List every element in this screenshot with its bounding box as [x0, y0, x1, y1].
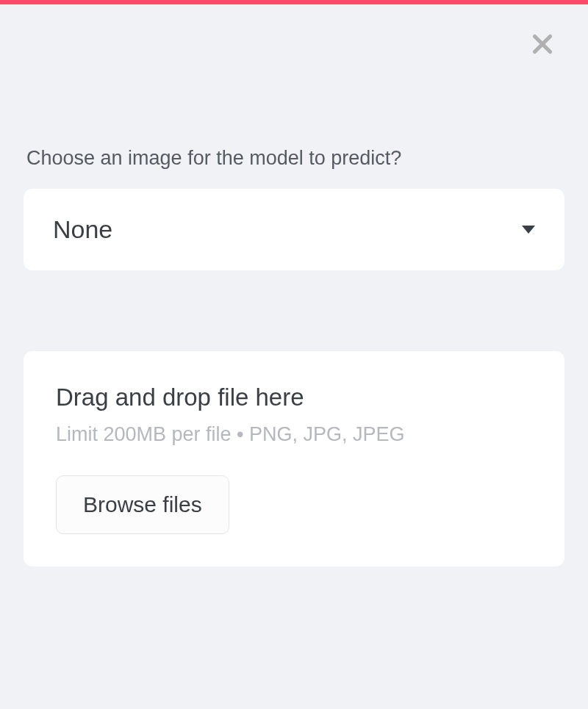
browse-files-label: Browse files	[83, 492, 202, 517]
close-icon	[529, 31, 556, 60]
uploader-hint: Limit 200MB per file • PNG, JPG, JPEG	[56, 423, 532, 446]
select-value: None	[53, 215, 112, 244]
caret-down-icon	[522, 223, 535, 237]
select-label: Choose an image for the model to predict…	[26, 147, 564, 170]
close-button[interactable]	[526, 29, 559, 62]
uploader-title: Drag and drop file here	[56, 384, 532, 411]
image-select[interactable]: None	[24, 189, 564, 270]
file-uploader[interactable]: Drag and drop file here Limit 200MB per …	[24, 351, 564, 566]
browse-files-button[interactable]: Browse files	[56, 475, 229, 534]
svg-marker-2	[522, 226, 535, 234]
accent-bar	[0, 0, 588, 4]
main-panel: Choose an image for the model to predict…	[0, 0, 588, 566]
